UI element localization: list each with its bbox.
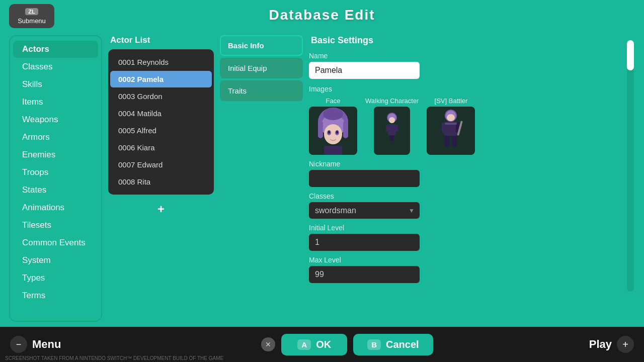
ok-label: OK bbox=[316, 339, 331, 350]
battler-image-box: [SV] Battler bbox=[427, 97, 475, 155]
scrollbar-thumb[interactable] bbox=[627, 40, 634, 70]
actor-row[interactable]: 0005 Alfred bbox=[110, 122, 212, 139]
menu-section: − Menu bbox=[0, 336, 151, 353]
initial-level-input[interactable] bbox=[309, 234, 420, 251]
max-level-input[interactable] bbox=[309, 266, 420, 283]
svg-point-24 bbox=[447, 114, 455, 121]
face-label: Face bbox=[326, 97, 341, 105]
sidebar-item-animations[interactable]: Animations bbox=[13, 199, 98, 216]
nickname-input[interactable] bbox=[309, 170, 420, 187]
sidebar-item-skills[interactable]: Skills bbox=[13, 76, 98, 93]
submenu-label: Submenu bbox=[18, 17, 46, 25]
svg-rect-16 bbox=[388, 124, 396, 135]
battler-image[interactable] bbox=[427, 107, 475, 155]
sidebar-item-troops[interactable]: Troops bbox=[13, 164, 98, 181]
classes-select[interactable]: swordsman mage archer bbox=[309, 202, 420, 219]
sidebar-item-tilesets[interactable]: Tilesets bbox=[13, 217, 98, 234]
nickname-label: Nickname bbox=[309, 160, 635, 168]
sidebar-item-classes[interactable]: Classes bbox=[13, 58, 98, 75]
walking-label: Walking Character bbox=[365, 97, 419, 105]
actor-list-header: Actor List bbox=[108, 35, 214, 45]
zl-badge: ZL bbox=[25, 8, 38, 15]
sidebar-item-items[interactable]: Items bbox=[13, 94, 98, 111]
actor-row[interactable]: 0007 Edward bbox=[110, 156, 212, 173]
svg-rect-28 bbox=[445, 136, 450, 147]
svg-point-3 bbox=[324, 124, 342, 144]
tab-basic-info[interactable]: Basic Info bbox=[220, 35, 303, 56]
max-level-label: Max Level bbox=[309, 256, 635, 264]
sidebar-item-weapons[interactable]: Weapons bbox=[13, 111, 98, 128]
settings-panel: Basic Settings Name Images Face bbox=[309, 35, 635, 322]
svg-point-10 bbox=[323, 108, 343, 120]
actor-row[interactable]: 0003 Gordon bbox=[110, 88, 212, 105]
tab-initial-equip[interactable]: Initial Equip bbox=[220, 58, 303, 78]
sidebar-item-terms[interactable]: Terms bbox=[13, 287, 98, 304]
svg-rect-9 bbox=[343, 121, 348, 138]
images-label: Images bbox=[309, 85, 635, 93]
classes-label: Classes bbox=[309, 192, 635, 200]
bottom-center: ✕ A OK B Cancel bbox=[261, 334, 433, 355]
svg-point-15 bbox=[389, 117, 395, 123]
sidebar-item-common-events[interactable]: Common Events bbox=[13, 234, 98, 251]
actor-list-panel: Actor List 0001 Reynolds0002 Pamela0003 … bbox=[108, 35, 214, 322]
minus-button[interactable]: − bbox=[10, 336, 27, 353]
scrollbar[interactable] bbox=[627, 40, 634, 292]
battler-label: [SV] Battler bbox=[435, 97, 468, 105]
svg-rect-11 bbox=[324, 146, 342, 155]
sidebar: ActorsClassesSkillsItemsWeaponsArmorsEne… bbox=[9, 35, 102, 322]
sidebar-item-system[interactable]: System bbox=[13, 252, 98, 269]
svg-point-7 bbox=[336, 131, 338, 134]
face-image-box: Face bbox=[309, 97, 357, 155]
walking-image-box: Walking Character bbox=[365, 97, 419, 155]
menu-label: Menu bbox=[32, 338, 61, 351]
sidebar-item-types[interactable]: Types bbox=[13, 269, 98, 287]
actor-row[interactable]: 0004 Matilda bbox=[110, 105, 212, 122]
submenu-button[interactable]: ZL Submenu bbox=[9, 4, 54, 28]
svg-point-6 bbox=[328, 131, 330, 134]
walking-image[interactable] bbox=[374, 107, 410, 155]
name-label: Name bbox=[309, 52, 635, 60]
play-section: Play + bbox=[543, 336, 644, 353]
sidebar-item-states[interactable]: States bbox=[13, 182, 98, 199]
bottom-bar: − Menu ✕ A OK B Cancel Play + SCREENSHOT… bbox=[0, 327, 644, 362]
ok-badge: A bbox=[297, 339, 311, 350]
max-level-spinner: ▲ ▼ bbox=[309, 266, 420, 283]
bottom-note: SCREENSHOT TAKEN FROM A NINTENDO SWITCH™… bbox=[5, 355, 223, 362]
settings-header: Basic Settings bbox=[309, 35, 635, 46]
topbar: ZL Submenu Database Edit bbox=[0, 0, 644, 30]
actor-row[interactable]: 0008 Rita bbox=[110, 173, 212, 190]
play-label: Play bbox=[589, 338, 612, 351]
classes-wrapper: swordsman mage archer ▼ bbox=[309, 202, 420, 219]
actor-list-box: 0001 Reynolds0002 Pamela0003 Gordon0004 … bbox=[108, 49, 214, 195]
initial-level-label: Initial Level bbox=[309, 224, 635, 232]
sidebar-item-enemies[interactable]: Enemies bbox=[13, 146, 98, 163]
cancel-badge: B bbox=[367, 339, 381, 350]
actor-row[interactable]: 0001 Reynolds bbox=[110, 54, 212, 70]
main-content: ActorsClassesSkillsItemsWeaponsArmorsEne… bbox=[9, 35, 635, 322]
svg-rect-18 bbox=[391, 135, 394, 141]
svg-rect-29 bbox=[452, 136, 457, 147]
plus-button[interactable]: + bbox=[617, 336, 634, 353]
cancel-label: Cancel bbox=[386, 339, 419, 350]
tab-panel: Basic InfoInitial EquipTraits bbox=[220, 35, 303, 322]
name-input[interactable] bbox=[309, 62, 420, 79]
page-title: Database Edit bbox=[269, 7, 375, 23]
images-section: Images Face bbox=[309, 85, 635, 155]
face-image[interactable] bbox=[309, 107, 357, 155]
sidebar-item-actors[interactable]: Actors bbox=[13, 41, 98, 58]
add-actor-button[interactable]: + bbox=[151, 200, 171, 219]
images-row: Face bbox=[309, 97, 635, 155]
svg-rect-20 bbox=[396, 125, 398, 132]
add-actor-area: + bbox=[108, 200, 214, 219]
actor-row[interactable]: 0006 Kiara bbox=[110, 139, 212, 156]
ok-button[interactable]: A OK bbox=[281, 334, 347, 355]
svg-rect-8 bbox=[318, 121, 323, 138]
actor-row[interactable]: 0002 Pamela bbox=[110, 71, 212, 87]
initial-level-spinner: ▲ ▼ bbox=[309, 234, 420, 251]
cancel-button[interactable]: B Cancel bbox=[353, 334, 433, 355]
svg-rect-19 bbox=[386, 125, 388, 132]
sidebar-item-armors[interactable]: Armors bbox=[13, 129, 98, 146]
tab-traits[interactable]: Traits bbox=[220, 80, 303, 101]
svg-rect-30 bbox=[445, 123, 457, 125]
x-button[interactable]: ✕ bbox=[261, 337, 275, 351]
